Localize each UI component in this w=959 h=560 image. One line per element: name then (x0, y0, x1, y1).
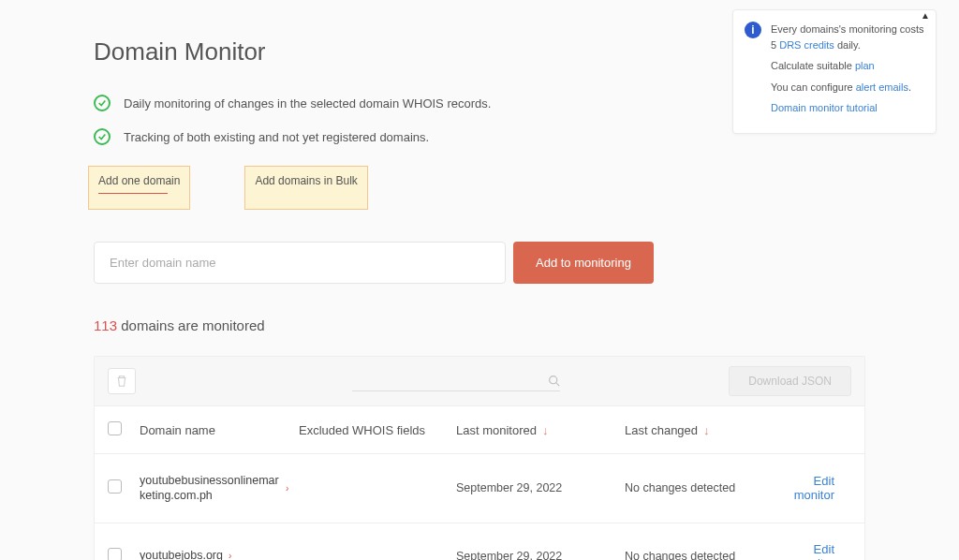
info-icon: i (745, 22, 761, 38)
sort-down-icon: ↓ (703, 423, 710, 437)
count-suffix: domains are monitored (117, 317, 265, 333)
table-row: youtubebusinessonlinemarketing.com.ph › … (95, 454, 864, 523)
info-text: . (908, 81, 911, 93)
alert-emails-link[interactable]: alert emails (856, 81, 908, 93)
row-checkbox[interactable] (108, 479, 122, 494)
tab-label: Add one domain (98, 174, 180, 187)
svg-point-0 (550, 376, 557, 384)
plan-link[interactable]: plan (855, 60, 875, 71)
monitored-count: 113 domains are monitored (94, 317, 865, 333)
info-text: You can configure (771, 81, 856, 93)
info-text: daily. (834, 39, 861, 51)
edit-monitor-link[interactable]: Edit monitor (794, 542, 834, 561)
caret-up-icon[interactable]: ▲ (921, 8, 930, 22)
table-toolbar: Download JSON (95, 357, 864, 406)
tab-add-domains-bulk[interactable]: Add domains in Bulk (244, 166, 367, 210)
domain-name[interactable]: youtubebusinessonlinemarketing.com.ph (140, 473, 280, 504)
svg-line-1 (556, 383, 559, 386)
chevron-right-icon: › (286, 483, 288, 494)
select-all-checkbox[interactable] (108, 421, 122, 435)
search-icon (548, 375, 560, 387)
chevron-right-icon: › (229, 551, 231, 560)
tab-label: Add domains in Bulk (255, 174, 357, 187)
table-header: Domain name Excluded WHOIS fields Last m… (95, 406, 864, 454)
row-checkbox[interactable] (108, 548, 122, 561)
header-domain[interactable]: Domain name (140, 423, 299, 437)
feature-text: Daily monitoring of changes in the selec… (124, 96, 491, 111)
domain-input[interactable] (94, 242, 506, 284)
delete-button[interactable] (108, 368, 136, 394)
drs-credits-link[interactable]: DRS credits (779, 39, 834, 51)
tab-add-one-domain[interactable]: Add one domain (88, 166, 190, 210)
download-json-button[interactable]: Download JSON (729, 366, 851, 396)
domain-name[interactable]: youtubejobs.org (140, 548, 223, 560)
info-text: Calculate suitable (771, 60, 855, 71)
header-last-changed[interactable]: Last changed ↓ (625, 423, 784, 437)
search-input[interactable] (352, 371, 560, 391)
last-changed-cell: No changes detected (625, 481, 784, 494)
edit-monitor-link[interactable]: Edit monitor (794, 474, 834, 502)
check-circle-icon (94, 128, 111, 145)
last-changed-cell: No changes detected (625, 550, 784, 561)
table-row: youtubejobs.org › September 29, 2022 No … (95, 523, 864, 561)
trash-icon (115, 375, 128, 388)
add-to-monitoring-button[interactable]: Add to monitoring (513, 242, 654, 284)
last-monitored-cell: September 29, 2022 (456, 550, 625, 561)
tutorial-link[interactable]: Domain monitor tutorial (771, 102, 878, 113)
sort-down-icon: ↓ (542, 423, 549, 437)
header-last-monitored[interactable]: Last monitored ↓ (456, 423, 625, 437)
last-monitored-cell: September 29, 2022 (456, 481, 625, 494)
info-panel: ▲ i Every domains's monitoring costs 5 D… (732, 9, 937, 134)
header-excluded[interactable]: Excluded WHOIS fields (299, 423, 456, 437)
feature-text: Tracking of both existing and not yet re… (124, 130, 429, 144)
check-circle-icon (94, 95, 111, 111)
count-number: 113 (94, 317, 117, 333)
